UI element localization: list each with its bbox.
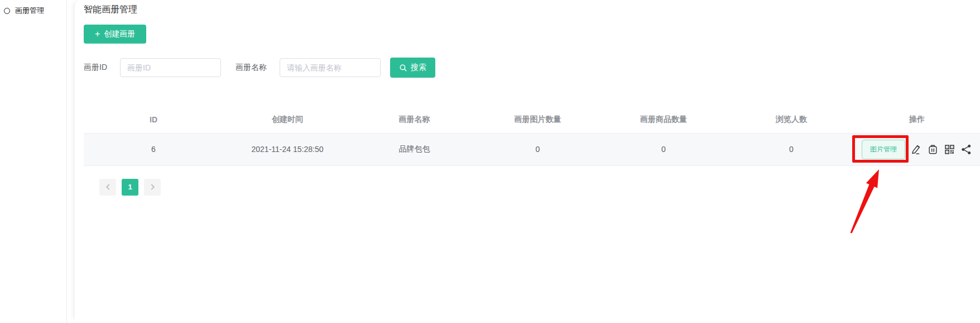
search-button-label: 搜索: [411, 63, 426, 73]
share-icon[interactable]: [960, 144, 972, 155]
edit-icon[interactable]: [910, 144, 922, 155]
circle-bullet-icon: [4, 8, 10, 14]
filter-bar: 画册ID 画册名称 搜索: [84, 58, 980, 78]
page-title: 智能画册管理: [84, 3, 980, 16]
content-panel: 智能画册管理 + 创建画册 画册ID 画册名称 搜索: [75, 0, 980, 323]
main-area: 智能画册管理 + 创建画册 画册ID 画册名称 搜索: [68, 0, 980, 323]
search-button[interactable]: 搜索: [390, 58, 435, 78]
album-id-input[interactable]: [120, 58, 221, 77]
table-header-row: ID 创建时间 画册名称 画册图片数量 画册商品数量 浏览人数 操作: [84, 107, 980, 133]
sidebar-item-label: 画册管理: [15, 6, 44, 16]
cell-product-count: 0: [598, 133, 729, 165]
cell-created-at: 2021-11-24 15:28:50: [223, 133, 352, 165]
col-header-product-count: 画册商品数量: [598, 107, 729, 133]
album-id-label: 画册ID: [84, 63, 107, 73]
sidebar: 画册管理: [0, 0, 67, 323]
prev-page-button[interactable]: [99, 179, 116, 196]
col-header-name: 画册名称: [352, 107, 477, 133]
next-page-button[interactable]: [144, 179, 161, 196]
cell-album-name: 品牌包包: [352, 133, 477, 165]
search-icon: [399, 64, 407, 72]
chevron-left-icon: [105, 184, 111, 190]
cell-image-count: 0: [477, 133, 598, 165]
col-header-created: 创建时间: [223, 107, 352, 133]
image-management-button[interactable]: 图片管理: [862, 140, 905, 159]
col-header-id: ID: [84, 107, 223, 133]
cell-id: 6: [84, 133, 223, 165]
album-table: ID 创建时间 画册名称 画册图片数量 画册商品数量 浏览人数 操作 6 202…: [84, 107, 980, 166]
delete-icon[interactable]: [927, 144, 939, 155]
album-name-label: 画册名称: [236, 63, 267, 73]
pagination: 1: [99, 179, 980, 196]
chevron-right-icon: [150, 184, 156, 190]
sidebar-item-album-management[interactable]: 画册管理: [0, 0, 66, 16]
create-album-label: 创建画册: [104, 29, 135, 39]
plus-icon: +: [95, 30, 100, 39]
col-header-actions: 操作: [854, 107, 980, 133]
create-album-button[interactable]: + 创建画册: [84, 25, 146, 44]
col-header-views: 浏览人数: [729, 107, 854, 133]
page-number-button[interactable]: 1: [122, 179, 138, 196]
col-header-image-count: 画册图片数量: [477, 107, 598, 133]
cell-actions: 图片管理: [854, 133, 980, 165]
table-row: 6 2021-11-24 15:28:50 品牌包包 0 0 0 图片管理: [84, 133, 980, 165]
album-name-input[interactable]: [280, 58, 381, 77]
cell-view-count: 0: [729, 133, 854, 165]
qrcode-icon[interactable]: [944, 144, 955, 155]
